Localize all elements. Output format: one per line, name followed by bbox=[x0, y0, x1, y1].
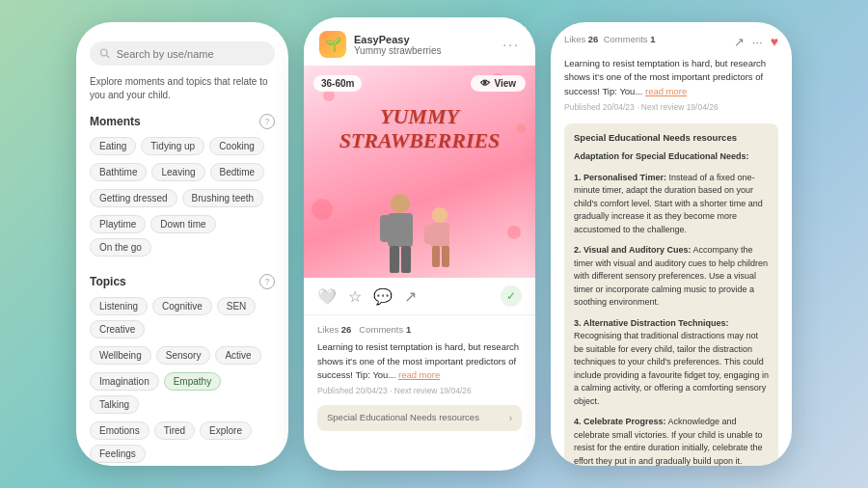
activity-image: 36-60m 👁 View YUMMY STRAWBERRIES bbox=[304, 66, 535, 278]
tag-sen[interactable]: SEN bbox=[217, 297, 257, 315]
moments-header: Moments ? bbox=[90, 114, 275, 129]
svg-rect-13 bbox=[442, 246, 449, 267]
tag-empathy[interactable]: Empathy bbox=[164, 372, 221, 391]
right-icons-group: ↗ ··· ♥ bbox=[734, 34, 778, 49]
right-header: Likes 26 Comments 1 ↗ ··· ♥ bbox=[551, 22, 792, 57]
tag-explore-1[interactable]: Explore bbox=[200, 421, 252, 440]
right-likes: Likes 26 Comments 1 bbox=[564, 34, 656, 44]
right-body: Learning to resist temptation is hard, b… bbox=[551, 57, 792, 123]
mid-body-text: Learning to resist temptation is hard, b… bbox=[317, 340, 522, 382]
heart-outline-icon[interactable]: 🤍 bbox=[317, 287, 337, 306]
left-phone: Explore moments and topics that relate t… bbox=[76, 22, 288, 466]
more-options-icon[interactable]: ··· bbox=[502, 37, 520, 52]
mid-body: Likes 26 Comments 1 Learning to resist t… bbox=[304, 315, 535, 471]
right-point-1: 1. Personalised Timer: Instead of a fixe… bbox=[574, 172, 769, 237]
svg-rect-5 bbox=[401, 215, 411, 242]
search-bar[interactable] bbox=[90, 41, 275, 66]
right-sen-section: Special Educational Needs resources Adap… bbox=[564, 123, 778, 466]
app-name: EasyPeasy bbox=[354, 34, 442, 45]
tag-tired-1[interactable]: Tired bbox=[154, 421, 195, 440]
tag-feelings-1[interactable]: Feelings bbox=[90, 445, 146, 463]
tag-cooking[interactable]: Cooking bbox=[209, 137, 264, 155]
right-phone: Likes 26 Comments 1 ↗ ··· ♥ Learning to … bbox=[551, 22, 792, 466]
tag-bedtime[interactable]: Bedtime bbox=[210, 163, 265, 181]
app-name-group: EasyPeasy Yummy strawberries bbox=[354, 34, 442, 56]
activity-title-line1: YUMMY bbox=[304, 104, 535, 128]
right-heart-icon[interactable]: ♥ bbox=[771, 34, 778, 49]
topics-header: Topics ? bbox=[90, 274, 275, 289]
tag-imagination[interactable]: Imagination bbox=[90, 372, 159, 391]
tag-cognitive[interactable]: Cognitive bbox=[152, 297, 212, 315]
topics-title: Topics bbox=[90, 275, 126, 288]
svg-rect-12 bbox=[432, 246, 440, 267]
svg-rect-11 bbox=[438, 225, 446, 244]
tag-bathtime[interactable]: Bathtime bbox=[90, 163, 147, 181]
view-button[interactable]: 👁 View bbox=[471, 75, 526, 92]
mid-actions: 🤍 ☆ 💬 ↗ ✓ bbox=[304, 278, 535, 315]
tag-tidying[interactable]: Tidying up bbox=[141, 137, 204, 155]
comment-icon[interactable]: 💬 bbox=[373, 287, 393, 306]
star-outline-icon[interactable]: ☆ bbox=[348, 287, 362, 306]
moments-row-4: Playtime Down time On the go bbox=[90, 215, 275, 257]
duration-badge: 36-60m bbox=[313, 75, 362, 92]
topics-row-2: Wellbeing Sensory Active bbox=[90, 346, 275, 365]
app-info: 🌱 EasyPeasy Yummy strawberries bbox=[319, 31, 442, 58]
moments-help[interactable]: ? bbox=[259, 114, 275, 129]
moments-row-3: Getting dressed Brushing teeth bbox=[90, 189, 275, 207]
tag-talking[interactable]: Talking bbox=[90, 395, 139, 414]
tag-leaving[interactable]: Leaving bbox=[151, 163, 204, 181]
right-body-text: Learning to resist temptation is hard, b… bbox=[564, 57, 778, 98]
right-published: Published 20/04/23 · Next review 19/04/2… bbox=[564, 101, 778, 114]
activity-title-group: YUMMY STRAWBERRIES bbox=[304, 104, 535, 153]
moments-row-1: Eating Tidying up Cooking bbox=[90, 137, 275, 155]
tag-active[interactable]: Active bbox=[215, 346, 260, 365]
topics-help[interactable]: ? bbox=[259, 274, 275, 289]
tag-getting-dressed[interactable]: Getting dressed bbox=[90, 189, 177, 207]
read-more-link[interactable]: read more bbox=[398, 369, 440, 380]
check-badge: ✓ bbox=[501, 285, 522, 307]
tag-playtime[interactable]: Playtime bbox=[90, 215, 146, 233]
eye-icon: 👁 bbox=[480, 78, 490, 89]
search-input[interactable] bbox=[117, 48, 265, 60]
tag-emotions-1[interactable]: Emotions bbox=[90, 421, 149, 440]
likes-comments: Likes 26 Comments 1 bbox=[317, 323, 522, 337]
sen-banner[interactable]: Special Educational Needs resources › bbox=[317, 405, 522, 431]
svg-rect-4 bbox=[380, 215, 390, 242]
chevron-right-icon: › bbox=[509, 411, 512, 425]
right-menu-icon[interactable]: ··· bbox=[752, 35, 763, 49]
topics-row-4: Emotions Tired Explore Feelings bbox=[90, 421, 275, 463]
app-activity-title: Yummy strawberries bbox=[354, 45, 442, 56]
right-read-more-link[interactable]: read more bbox=[645, 86, 687, 96]
share-icon[interactable]: ↗ bbox=[404, 287, 417, 306]
tag-brushing-teeth[interactable]: Brushing teeth bbox=[182, 189, 264, 207]
svg-point-2 bbox=[391, 194, 410, 213]
right-point-4: 4. Celebrate Progress: Acknowledge and c… bbox=[574, 416, 769, 466]
tag-listening[interactable]: Listening bbox=[90, 297, 148, 315]
activity-title-line2: STRAWBERRIES bbox=[304, 128, 535, 152]
topics-row-1: Listening Cognitive SEN Creative bbox=[90, 297, 275, 339]
tag-on-the-go[interactable]: On the go bbox=[90, 238, 151, 257]
tag-creative[interactable]: Creative bbox=[90, 320, 145, 339]
left-subtitle: Explore moments and topics that relate t… bbox=[90, 75, 275, 102]
svg-point-0 bbox=[100, 49, 107, 56]
moments-row-2: Bathtime Leaving Bedtime bbox=[90, 163, 275, 181]
right-point-3: 3. Alternative Distraction Techniques: R… bbox=[574, 317, 769, 409]
moments-title: Moments bbox=[90, 115, 141, 128]
right-sen-title: Special Educational Needs resources bbox=[574, 131, 769, 145]
tag-wellbeing[interactable]: Wellbeing bbox=[90, 346, 151, 365]
right-share-icon[interactable]: ↗ bbox=[734, 35, 745, 49]
svg-rect-7 bbox=[401, 246, 411, 273]
tag-sensory[interactable]: Sensory bbox=[156, 346, 211, 365]
tag-downtime[interactable]: Down time bbox=[150, 215, 215, 233]
svg-rect-6 bbox=[390, 246, 399, 273]
mid-phone: 🌱 EasyPeasy Yummy strawberries ··· 36-60… bbox=[304, 17, 535, 471]
tag-eating[interactable]: Eating bbox=[90, 137, 136, 155]
app-logo: 🌱 bbox=[319, 31, 346, 58]
right-point-2: 2. Visual and Auditory Cues: Accompany t… bbox=[574, 244, 769, 310]
published-date: Published 20/04/23 · Next review 19/04/2… bbox=[317, 385, 522, 397]
svg-rect-10 bbox=[424, 225, 432, 244]
person-illustration bbox=[304, 181, 535, 278]
topics-row-3: Imagination Empathy Talking bbox=[90, 372, 275, 414]
search-icon bbox=[99, 47, 111, 60]
svg-point-8 bbox=[432, 207, 448, 223]
